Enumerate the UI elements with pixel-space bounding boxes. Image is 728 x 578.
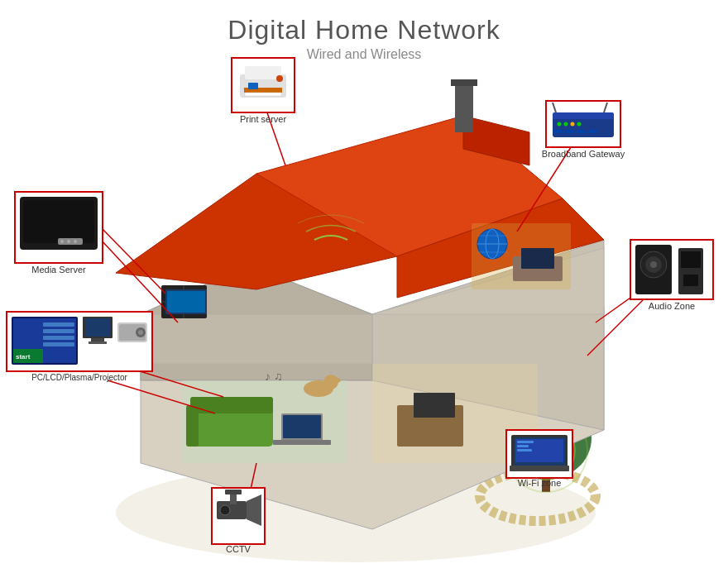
svg-point-69: [558, 122, 562, 127]
svg-point-2: [500, 397, 592, 480]
svg-point-6: [517, 422, 575, 480]
svg-point-107: [136, 327, 146, 337]
cctv-label: CCTV: [226, 544, 251, 554]
svg-line-52: [116, 364, 223, 397]
svg-point-5: [529, 434, 563, 467]
svg-point-40: [323, 375, 338, 389]
svg-rect-85: [635, 245, 672, 294]
svg-line-46: [263, 101, 285, 165]
svg-rect-32: [182, 380, 347, 463]
svg-marker-15: [397, 198, 604, 298]
svg-line-49: [101, 240, 178, 322]
svg-line-68: [604, 103, 607, 112]
svg-marker-10: [372, 240, 604, 430]
svg-rect-43: [397, 405, 463, 447]
svg-rect-106: [119, 324, 146, 341]
svg-point-0: [116, 463, 596, 562]
svg-point-81: [60, 240, 64, 243]
svg-marker-111: [247, 494, 261, 526]
svg-rect-33: [190, 405, 273, 447]
svg-marker-16: [463, 116, 529, 165]
svg-rect-99: [43, 336, 74, 340]
svg-rect-91: [683, 275, 698, 286]
svg-line-50: [596, 281, 654, 322]
svg-rect-100: [43, 342, 74, 346]
svg-point-87: [645, 256, 662, 273]
svg-rect-23: [167, 291, 205, 313]
svg-rect-93: [12, 317, 78, 365]
wifi-zone-label: Wi-Fi zone: [518, 478, 562, 488]
svg-rect-64: [546, 101, 620, 147]
svg-rect-76: [589, 130, 597, 133]
page-header: Digital Home Network Wired and Wireless: [0, 0, 728, 62]
svg-rect-92: [7, 312, 152, 371]
svg-rect-122: [510, 466, 569, 471]
svg-marker-8: [141, 306, 604, 529]
svg-rect-121: [517, 449, 532, 451]
svg-rect-22: [165, 289, 207, 314]
svg-point-62: [276, 75, 283, 82]
svg-rect-58: [240, 74, 286, 98]
svg-point-88: [650, 261, 657, 268]
svg-rect-103: [91, 338, 104, 342]
svg-rect-114: [225, 490, 242, 494]
svg-rect-117: [514, 437, 565, 466]
svg-rect-109: [212, 488, 265, 544]
svg-rect-18: [451, 79, 477, 86]
svg-rect-94: [13, 318, 76, 363]
svg-point-3: [509, 387, 583, 456]
audio-zone-label: Audio Zone: [649, 301, 695, 311]
svg-line-53: [108, 380, 215, 413]
svg-line-47: [517, 145, 572, 232]
svg-rect-78: [20, 197, 98, 250]
svg-rect-74: [566, 130, 574, 133]
svg-rect-120: [517, 445, 529, 447]
svg-marker-12: [372, 248, 604, 314]
svg-point-39: [304, 380, 333, 397]
svg-rect-37: [283, 415, 321, 438]
svg-rect-66: [553, 112, 614, 119]
svg-rect-19: [161, 285, 207, 318]
svg-rect-119: [517, 441, 534, 443]
svg-rect-44: [414, 393, 455, 418]
svg-point-112: [220, 505, 230, 515]
svg-rect-115: [506, 430, 572, 478]
svg-rect-34: [190, 397, 273, 413]
svg-point-108: [138, 330, 143, 335]
svg-point-72: [577, 122, 582, 127]
svg-rect-89: [678, 248, 703, 294]
svg-point-71: [571, 122, 575, 127]
svg-rect-97: [43, 322, 74, 327]
svg-marker-13: [116, 174, 397, 289]
diagram-svg: ♪ ♫: [0, 0, 728, 578]
svg-rect-116: [511, 435, 568, 468]
svg-rect-61: [248, 83, 258, 89]
svg-point-83: [74, 240, 77, 243]
svg-text:start: start: [16, 353, 31, 361]
svg-rect-26: [521, 248, 554, 269]
svg-rect-90: [681, 251, 701, 268]
svg-rect-75: [577, 130, 586, 133]
svg-rect-118: [515, 439, 563, 462]
svg-rect-104: [89, 342, 107, 344]
svg-rect-17: [455, 83, 473, 132]
page-subtitle: Wired and Wireless: [0, 47, 728, 62]
svg-point-82: [67, 240, 70, 243]
svg-rect-36: [281, 413, 323, 442]
svg-rect-110: [217, 501, 247, 519]
svg-rect-4: [542, 467, 550, 492]
svg-line-51: [587, 289, 654, 356]
svg-line-54: [244, 463, 256, 519]
svg-rect-60: [244, 88, 282, 93]
svg-rect-79: [23, 200, 94, 243]
svg-point-27: [477, 229, 507, 259]
svg-rect-25: [513, 256, 563, 281]
svg-line-48: [101, 227, 165, 294]
svg-rect-101: [83, 317, 113, 338]
svg-line-67: [553, 103, 556, 112]
media-server-label: Media Server: [31, 265, 86, 275]
svg-point-28: [486, 229, 499, 259]
broadband-gateway-label: Broadband Gateway: [542, 149, 625, 159]
svg-rect-113: [230, 493, 237, 504]
svg-marker-11: [141, 314, 372, 364]
